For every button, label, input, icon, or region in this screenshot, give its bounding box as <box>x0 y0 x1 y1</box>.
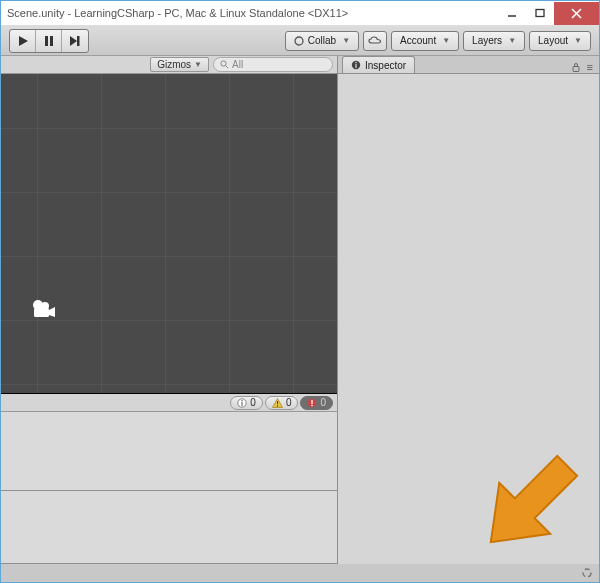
collab-label: Collab <box>308 35 336 46</box>
gizmos-label: Gizmos <box>157 59 191 70</box>
svg-point-10 <box>221 61 226 66</box>
svg-marker-7 <box>70 36 77 46</box>
svg-point-24 <box>312 404 314 406</box>
layout-dropdown[interactable]: Layout ▼ <box>529 31 591 51</box>
error-count-chip[interactable]: 0 <box>300 396 333 410</box>
warn-count: 0 <box>286 397 292 408</box>
panel-menu-icon[interactable]: ≡ <box>585 61 595 73</box>
layers-dropdown[interactable]: Layers ▼ <box>463 31 525 51</box>
svg-rect-17 <box>242 402 243 406</box>
collab-icon <box>294 36 304 46</box>
account-dropdown[interactable]: Account ▼ <box>391 31 459 51</box>
inspector-tab-label: Inspector <box>365 60 406 71</box>
svg-point-18 <box>241 399 243 401</box>
pause-button[interactable] <box>36 30 62 52</box>
chevron-down-icon: ▼ <box>574 36 582 45</box>
error-count: 0 <box>320 397 326 408</box>
account-label: Account <box>400 35 436 46</box>
chevron-down-icon: ▼ <box>194 60 202 69</box>
cloud-button[interactable] <box>363 31 387 51</box>
window-close-button[interactable] <box>554 2 599 25</box>
svg-rect-1 <box>536 10 544 17</box>
chevron-down-icon: ▼ <box>508 36 516 45</box>
svg-rect-26 <box>355 64 356 68</box>
tab-inspector[interactable]: Inspector <box>342 56 415 73</box>
console-filter-row: 0 0 0 <box>1 394 337 412</box>
svg-marker-15 <box>49 307 55 317</box>
cloud-icon <box>368 36 382 46</box>
svg-rect-20 <box>277 401 278 404</box>
svg-point-9 <box>295 37 303 45</box>
search-icon <box>220 60 229 69</box>
activity-spinner-icon <box>581 567 593 579</box>
camera-gizmo-icon[interactable] <box>31 299 57 319</box>
svg-line-11 <box>226 66 229 69</box>
info-count-chip[interactable]: 0 <box>230 396 263 410</box>
lock-icon[interactable] <box>571 62 581 72</box>
main-toolbar: Collab ▼ Account ▼ Layers ▼ Layout ▼ <box>1 26 599 56</box>
search-placeholder: All <box>232 59 243 70</box>
info-icon <box>237 398 247 408</box>
info-icon <box>351 60 361 70</box>
scene-search-input[interactable]: All <box>213 57 333 72</box>
step-button[interactable] <box>62 30 88 52</box>
play-button[interactable] <box>10 30 36 52</box>
collab-dropdown[interactable]: Collab ▼ <box>285 31 359 51</box>
chevron-down-icon: ▼ <box>442 36 450 45</box>
svg-point-27 <box>355 62 357 64</box>
status-bar <box>1 564 599 582</box>
svg-point-29 <box>583 569 591 577</box>
scene-viewport[interactable] <box>1 74 337 394</box>
svg-rect-23 <box>312 400 313 404</box>
chevron-down-icon: ▼ <box>342 36 350 45</box>
playback-controls <box>9 29 89 53</box>
window-title: Scene.unity - LearningCSharp - PC, Mac &… <box>7 7 348 19</box>
info-count: 0 <box>250 397 256 408</box>
warn-count-chip[interactable]: 0 <box>265 396 299 410</box>
svg-rect-6 <box>50 36 53 46</box>
inspector-tab-row: Inspector ≡ <box>338 56 599 74</box>
scene-tool-row: Gizmos ▼ All <box>1 56 337 74</box>
svg-marker-4 <box>19 36 28 46</box>
layers-label: Layers <box>472 35 502 46</box>
title-bar: Scene.unity - LearningCSharp - PC, Mac &… <box>1 1 599 26</box>
svg-rect-5 <box>45 36 48 46</box>
svg-rect-28 <box>573 67 579 72</box>
window-minimize-button[interactable] <box>498 2 526 25</box>
svg-point-21 <box>277 405 278 406</box>
gizmos-dropdown[interactable]: Gizmos ▼ <box>150 57 209 72</box>
layout-label: Layout <box>538 35 568 46</box>
svg-rect-14 <box>34 308 49 317</box>
window-maximize-button[interactable] <box>526 2 554 25</box>
inspector-body[interactable] <box>338 74 599 564</box>
console-area[interactable] <box>1 412 337 564</box>
svg-rect-8 <box>77 36 80 46</box>
error-icon <box>307 398 317 408</box>
warning-icon <box>272 398 283 408</box>
